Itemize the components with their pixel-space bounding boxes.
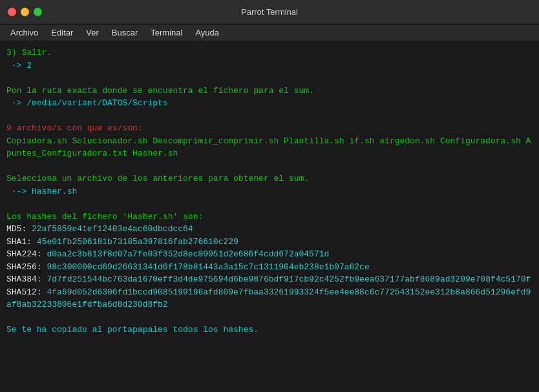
blank-line <box>6 72 533 85</box>
close-button[interactable] <box>8 8 16 16</box>
terminal-line: MD5: 22af5859e41ef12403e4ac60dbcdcc64 <box>6 223 533 236</box>
terminal-line: Se te ha copiado al portapapales todos l… <box>6 324 533 336</box>
menu-archivo[interactable]: Archivo <box>5 26 43 39</box>
terminal-line: ·-> Hasher.sh <box>6 185 533 198</box>
terminal-line: SHA224: d0aa2c3b813f8d07a7fe03f352d8ec09… <box>6 248 533 261</box>
terminal-body[interactable]: 3) Salir. ·> 2Pon la ruta exacta donde s… <box>0 41 539 392</box>
blank-line <box>6 311 533 324</box>
menu-buscar[interactable]: Buscar <box>107 26 143 39</box>
minimize-button[interactable] <box>21 8 29 16</box>
terminal-line: SHA512: 4fa69d052d6306fd1bccd9085199196a… <box>6 286 533 311</box>
menu-terminal[interactable]: Terminal <box>145 26 187 39</box>
menu-ver[interactable]: Ver <box>81 26 104 39</box>
menu-editar[interactable]: Editar <box>46 26 78 39</box>
terminal-line: ·> 2 <box>6 59 533 72</box>
terminal-line: Pon la ruta exacta donde se encuentra el… <box>6 85 533 98</box>
terminal-line: 9 archivo/s con que es/son: <box>6 122 533 135</box>
window-title: Parrot Terminal <box>241 7 298 17</box>
terminal-line: Copiadora.sh Solucionador.sh Descomprimi… <box>6 135 533 160</box>
blank-line <box>6 198 533 211</box>
terminal-line: SHA1: 45e01fb2506181b73185a397816fab2766… <box>6 236 533 249</box>
blank-line <box>6 160 533 173</box>
blank-line <box>6 110 533 123</box>
terminal-line: ·> /media/variant/DATOS/Scripts <box>6 97 533 110</box>
terminal-line: Los hashes del fichero 'Hasher.sh' son: <box>6 211 533 223</box>
terminal-line: Selecciona un archivo de los anteriores … <box>6 172 533 185</box>
maximize-button[interactable] <box>34 8 42 16</box>
menu-ayuda[interactable]: Ayuda <box>190 26 224 39</box>
title-bar: Parrot Terminal <box>0 0 539 25</box>
menu-bar: Archivo Editar Ver Buscar Terminal Ayuda <box>0 25 539 41</box>
terminal-line: SHA256: 98c300000cd69d26631341d6f178b814… <box>6 261 533 274</box>
window-controls <box>8 8 42 16</box>
terminal-line: SHA384: 7d7fd251544bc763da1670eff3d4de97… <box>6 273 533 286</box>
terminal-line: 3) Salir. <box>6 46 533 59</box>
